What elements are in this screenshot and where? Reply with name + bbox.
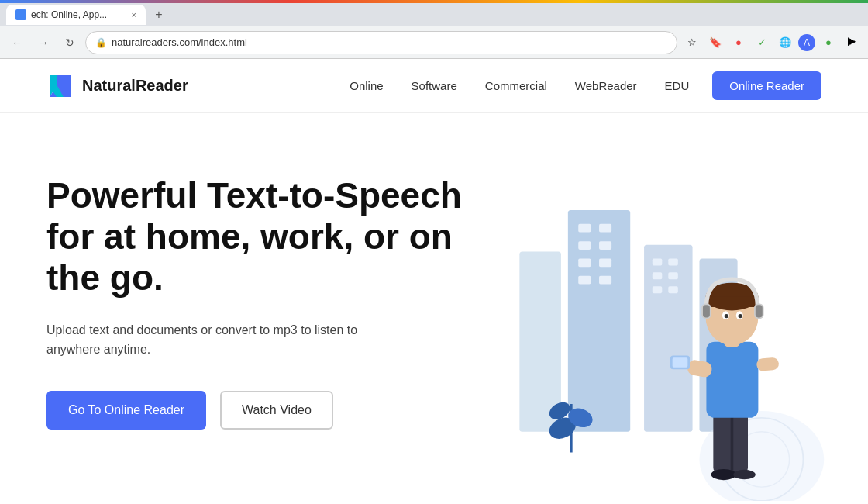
logo-icon xyxy=(46,72,74,100)
svg-rect-13 xyxy=(653,259,663,266)
nav-link-software[interactable]: Software xyxy=(412,79,457,92)
svg-rect-45 xyxy=(703,305,710,317)
hero-illustration xyxy=(434,113,868,501)
svg-point-42 xyxy=(739,314,742,318)
svg-rect-38 xyxy=(706,297,759,307)
svg-rect-6 xyxy=(599,224,611,233)
svg-rect-30 xyxy=(706,342,758,418)
svg-rect-5 xyxy=(578,224,591,233)
svg-rect-15 xyxy=(653,272,663,279)
nav-link-edu[interactable]: EDU xyxy=(665,79,690,92)
navbar: NaturalReader Online Software Commercial… xyxy=(0,59,868,113)
svg-rect-14 xyxy=(668,259,678,266)
svg-rect-27 xyxy=(731,411,734,473)
new-tab-button[interactable]: + xyxy=(149,5,169,25)
svg-rect-12 xyxy=(599,276,611,285)
svg-rect-17 xyxy=(653,286,663,293)
svg-rect-3 xyxy=(519,252,561,432)
browser-tab[interactable]: ech: Online, App... × xyxy=(6,5,146,25)
svg-rect-8 xyxy=(599,241,611,250)
back-button[interactable]: ← xyxy=(6,32,28,54)
svg-rect-11 xyxy=(578,276,591,285)
svg-rect-34 xyxy=(756,357,780,371)
go-to-online-reader-button[interactable]: Go To Online Reader xyxy=(46,391,206,430)
svg-rect-46 xyxy=(756,305,763,317)
svg-rect-7 xyxy=(578,241,591,250)
tab-favicon xyxy=(16,9,26,20)
nav-link-commercial[interactable]: Commercial xyxy=(485,79,547,92)
forward-button[interactable]: → xyxy=(33,32,54,54)
hero-section: Powerful Text-to-Speech for at home, wor… xyxy=(0,113,868,501)
hero-illustration-svg xyxy=(434,113,868,501)
bookmark-icon[interactable]: 🔖 xyxy=(705,33,725,53)
globe-icon[interactable]: 🌐 xyxy=(775,33,795,53)
user-icon[interactable]: A xyxy=(798,34,815,51)
hero-buttons: Go To Online Reader Watch Video xyxy=(46,391,473,430)
svg-rect-10 xyxy=(599,259,611,268)
toolbar-extension-icons: ☆ 🔖 ● ✓ 🌐 A ● ⯈ xyxy=(682,33,862,53)
reload-button[interactable]: ↻ xyxy=(59,32,81,54)
lock-icon: 🔒 xyxy=(95,37,107,48)
dot-green-icon[interactable]: ● xyxy=(818,33,839,53)
address-text: naturalreaders.com/index.html xyxy=(112,36,667,48)
svg-point-41 xyxy=(725,314,728,318)
online-reader-nav-button[interactable]: Online Reader xyxy=(712,71,822,100)
browser-chrome: ech: Online, App... × + ← → ↻ 🔒 naturalr… xyxy=(0,0,868,59)
svg-rect-18 xyxy=(668,286,678,293)
nav-links: Online Software Commercial WebReader EDU xyxy=(350,79,689,92)
site-content: NaturalReader Online Software Commercial… xyxy=(0,59,868,501)
tab-close-btn[interactable]: × xyxy=(132,10,136,19)
address-bar[interactable]: 🔒 naturalreaders.com/index.html xyxy=(85,31,677,54)
shield-icon[interactable]: ● xyxy=(728,33,749,53)
svg-rect-2 xyxy=(644,245,693,432)
hero-title: Powerful Text-to-Speech for at home, wor… xyxy=(46,175,473,299)
browser-title-bar: ech: Online, App... × + xyxy=(0,3,868,26)
nav-link-online[interactable]: Online xyxy=(350,79,383,92)
browser-toolbar: ← → ↻ 🔒 naturalreaders.com/index.html ☆ … xyxy=(0,26,868,59)
nav-link-webreader[interactable]: WebReader xyxy=(575,79,637,92)
svg-rect-9 xyxy=(578,259,591,268)
svg-point-28 xyxy=(711,469,736,480)
logo-text: NaturalReader xyxy=(82,77,188,95)
check-icon[interactable]: ✓ xyxy=(752,33,772,53)
watch-video-button[interactable]: Watch Video xyxy=(220,391,333,430)
svg-rect-33 xyxy=(673,357,688,368)
svg-point-29 xyxy=(733,470,756,480)
hero-content: Powerful Text-to-Speech for at home, wor… xyxy=(46,160,473,430)
menu-expand-icon[interactable]: ⯈ xyxy=(842,33,862,53)
star-icon[interactable]: ☆ xyxy=(682,33,702,53)
hero-subtitle: Upload text and documents or convert to … xyxy=(46,320,388,360)
svg-rect-16 xyxy=(668,272,678,279)
logo: NaturalReader xyxy=(46,72,188,100)
tab-label: ech: Online, App... xyxy=(31,9,107,20)
